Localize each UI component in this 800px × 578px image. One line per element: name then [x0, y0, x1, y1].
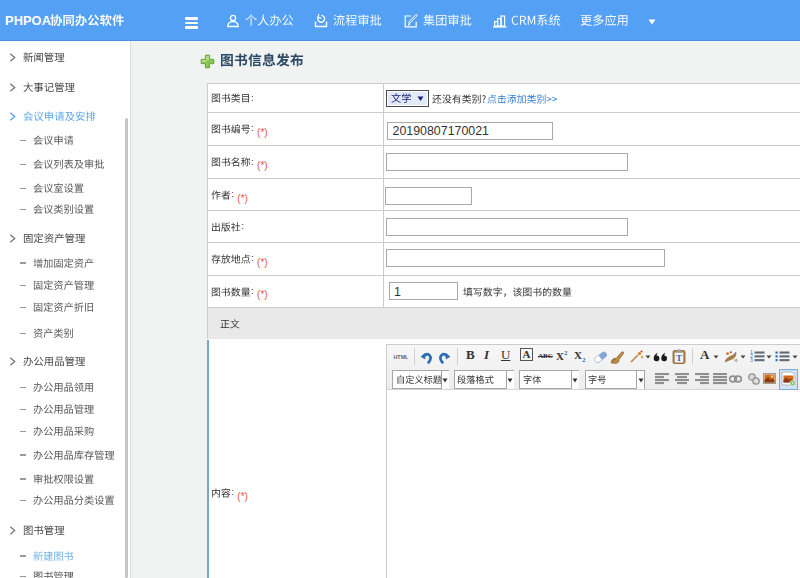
svg-text:T: T: [676, 353, 682, 363]
svg-text:3: 3: [750, 358, 753, 363]
